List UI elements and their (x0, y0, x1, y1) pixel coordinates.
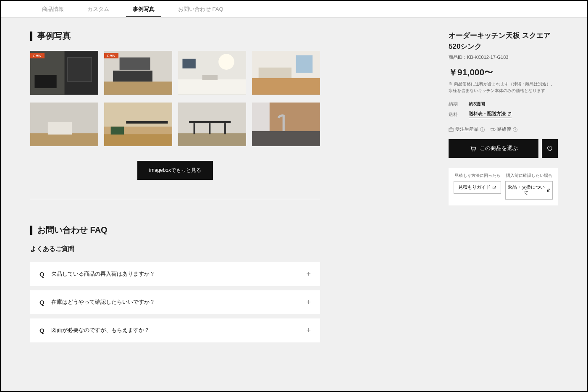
tab-cases[interactable]: 事例写真 (121, 1, 166, 17)
faq-item[interactable]: Q 欠品している商品の再入荷はありますか？ + (30, 262, 320, 286)
case-thumb[interactable]: new (104, 51, 172, 95)
case-thumb[interactable] (30, 103, 98, 147)
svg-rect-34 (449, 128, 453, 132)
svg-rect-27 (189, 121, 231, 123)
case-thumb[interactable] (178, 51, 246, 95)
faq-q-mark: Q (39, 271, 45, 278)
svg-rect-19 (48, 122, 72, 134)
more-cases-button[interactable]: imageboxでもっと見る (137, 161, 213, 180)
case-thumb[interactable] (252, 51, 320, 95)
svg-rect-35 (491, 128, 494, 130)
faq-question: 在庫はどうやって確認したらいいですか？ (51, 299, 307, 306)
svg-rect-26 (178, 133, 246, 146)
svg-point-37 (494, 130, 494, 131)
tab-product-info[interactable]: 商品情報 (30, 1, 76, 17)
faq-subheading: よくあるご質問 (30, 245, 320, 253)
svg-rect-10 (182, 59, 195, 68)
favorite-button[interactable] (542, 139, 558, 158)
product-sidebar: オーダーキッチン天板 スクエア520シンク 商品ID：KB-KC012-17-G… (449, 30, 558, 205)
faq-item[interactable]: Q 図面が必要なのですが、もらえますか？ + (30, 318, 320, 342)
case-grid: new new (30, 51, 320, 146)
section-title-cases: 事例写真 (30, 30, 320, 42)
estimate-guide-button[interactable]: 見積もりガイド (454, 181, 501, 194)
svg-rect-22 (104, 134, 172, 146)
case-thumb[interactable]: new (30, 51, 98, 95)
product-id: 商品ID：KB-KC012-17-G183 (449, 54, 558, 61)
price-note: ※ 商品価格に送料が含まれます（沖縄・離島は別途）、水栓を含まないキッチン本体の… (449, 81, 558, 94)
svg-rect-30 (224, 123, 226, 134)
svg-rect-12 (202, 75, 218, 80)
faq-q-mark: Q (39, 299, 45, 306)
svg-rect-9 (178, 79, 246, 95)
svg-rect-14 (252, 78, 320, 95)
help-caption-return: 購入前に確認したい場合 (505, 173, 553, 179)
shipping-link[interactable]: 送料表・配送方法 (469, 110, 512, 118)
external-link-icon (492, 185, 496, 189)
svg-rect-7 (120, 58, 150, 70)
lead-time-label: 納期 (449, 101, 460, 107)
svg-rect-33 (252, 131, 320, 146)
svg-rect-24 (126, 121, 168, 123)
info-icon[interactable]: ? (480, 127, 485, 132)
new-badge: new (104, 53, 118, 58)
svg-rect-6 (113, 71, 152, 82)
svg-rect-16 (259, 68, 291, 78)
help-box: 見積もり方法に困ったら 見積もりガイド 購入前に確認したい場合 返品・交換につい… (449, 168, 558, 205)
external-link-icon (507, 112, 512, 116)
new-badge: new (30, 53, 45, 58)
svg-rect-18 (30, 133, 98, 146)
faq-question: 欠品している商品の再入荷はありますか？ (51, 271, 307, 278)
svg-point-38 (472, 150, 472, 151)
tab-bar: 商品情報 カスタム 事例写真 お問い合わせ FAQ (1, 1, 587, 18)
svg-rect-15 (296, 55, 313, 73)
svg-rect-2 (34, 75, 56, 88)
tab-custom[interactable]: カスタム (76, 1, 121, 17)
svg-point-36 (491, 130, 492, 131)
svg-rect-23 (111, 126, 124, 134)
case-thumb[interactable] (104, 103, 172, 147)
help-caption-estimate: 見積もり方法に困ったら (454, 173, 501, 179)
cart-icon (470, 145, 476, 152)
shipping-label: 送料 (449, 111, 460, 118)
info-icon[interactable]: ? (513, 127, 517, 132)
product-title: オーダーキッチン天板 スクエア520シンク (449, 30, 558, 52)
main-column: 事例写真 new new (30, 30, 320, 347)
case-thumb[interactable] (252, 103, 320, 147)
case-thumb[interactable] (178, 103, 246, 147)
expand-icon: + (306, 298, 311, 307)
external-link-icon (547, 188, 551, 192)
faq-item[interactable]: Q 在庫はどうやって確認したらいいですか？ + (30, 290, 320, 314)
svg-rect-5 (104, 82, 172, 95)
tag-made-to-order: 受注生産品 ? (449, 126, 485, 132)
section-title-faq: お問い合わせ FAQ (30, 224, 320, 236)
svg-rect-3 (68, 58, 92, 82)
tag-route-delivery: 路線便 ? (491, 126, 517, 132)
svg-point-39 (474, 150, 475, 151)
return-policy-button[interactable]: 返品・交換について (505, 181, 553, 200)
svg-point-11 (218, 54, 234, 70)
product-price: ￥91,000〜 (449, 66, 558, 78)
box-icon (449, 127, 454, 132)
select-product-button[interactable]: この商品を選ぶ (449, 139, 538, 158)
heart-icon (546, 145, 553, 152)
divider (30, 199, 320, 199)
expand-icon: + (306, 326, 311, 335)
tab-faq[interactable]: お問い合わせ FAQ (166, 1, 235, 17)
svg-rect-29 (209, 123, 210, 134)
faq-q-mark: Q (39, 327, 45, 334)
truck-icon (491, 127, 496, 132)
svg-rect-28 (194, 123, 195, 134)
lead-time-value: 約3週間 (469, 101, 485, 107)
faq-question: 図面が必要なのですが、もらえますか？ (51, 327, 307, 334)
expand-icon: + (306, 270, 311, 279)
